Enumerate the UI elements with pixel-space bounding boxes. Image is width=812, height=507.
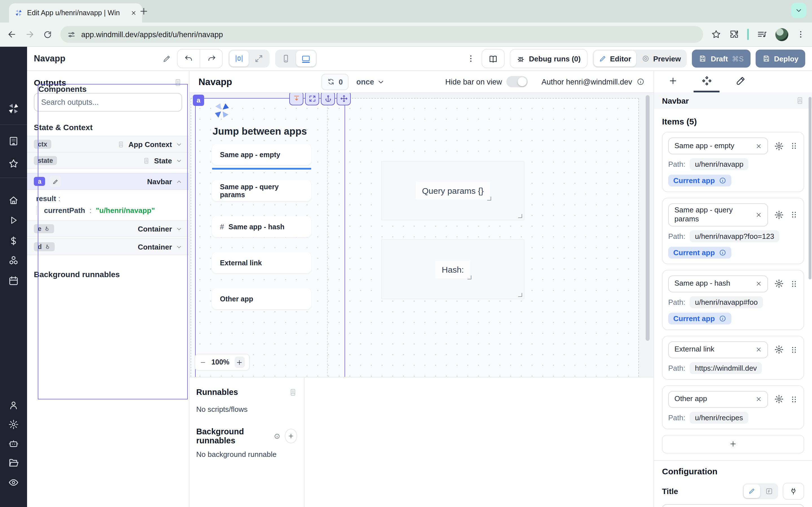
zoom-out-icon[interactable] [200,358,206,366]
item-settings-gear-icon[interactable] [774,141,784,151]
zoom-in-button[interactable] [235,356,245,368]
tab-close-icon[interactable] [131,10,137,16]
fill-height-button[interactable] [289,93,303,105]
item-settings-gear-icon[interactable] [774,394,784,404]
new-tab-button[interactable] [139,6,149,16]
anchor-component-button[interactable] [321,93,335,105]
extensions-icon[interactable] [729,29,739,40]
info-icon[interactable] [719,177,726,184]
item-label-field[interactable]: Same app - hash [668,275,768,292]
site-settings-icon[interactable] [67,30,75,39]
tab-component-settings[interactable] [694,71,719,93]
item-path-value[interactable]: u/henri/navapp#foo [690,296,763,308]
draft-button[interactable]: Draft ⌘S [692,50,750,68]
workspace-icon[interactable] [8,136,19,147]
rename-pencil-icon[interactable] [162,54,171,63]
item-label-field[interactable]: Same app - empty [668,137,768,154]
item-label-field[interactable]: Same app - query params [668,203,768,226]
favorites-star-icon[interactable] [8,158,19,169]
tab-search-button[interactable] [791,3,806,18]
url-field[interactable]: app.windmill.dev/apps/edit/u/henri/navap… [60,26,703,43]
nav-item-same-app-empty[interactable]: Same app - empty [212,144,311,165]
drag-handle-icon[interactable] [790,280,798,288]
drag-handle-icon[interactable] [790,211,798,219]
settings-gear-icon[interactable] [8,419,19,430]
canvas-scrollbar[interactable] [646,95,650,341]
expand-component-button[interactable] [305,93,319,105]
workers-robot-icon[interactable] [8,438,19,449]
users-person-icon[interactable] [8,400,19,411]
panel-doc-icon[interactable] [796,96,804,105]
nav-item-hash[interactable]: #Same app - hash [212,216,311,237]
add-nav-item-button[interactable] [662,435,804,453]
folders-icon[interactable] [8,457,19,468]
expression-value-button[interactable] [761,484,777,498]
editor-tab[interactable]: Editor [594,51,637,66]
item-settings-gear-icon[interactable] [774,345,784,354]
full-width-button[interactable] [249,51,268,66]
centered-layout-button[interactable] [230,51,249,66]
audit-eye-icon[interactable] [8,477,19,488]
refresh-count-button[interactable]: 0 [321,73,348,90]
nav-item-external-link[interactable]: External link [212,252,311,273]
bookmark-star-icon[interactable] [711,29,721,40]
hide-bar-toggle[interactable] [506,76,528,87]
undo-button[interactable] [177,50,200,68]
mobile-view-button[interactable] [276,51,296,66]
redo-button[interactable] [200,50,222,68]
item-settings-gear-icon[interactable] [774,279,784,288]
item-path-value[interactable]: https://windmill.dev [690,362,762,374]
item-label-field[interactable]: Other app [668,391,768,407]
debug-runs-button[interactable]: Debug runs (0) [510,49,587,68]
windmill-logo-icon[interactable] [7,103,20,115]
clear-icon[interactable] [756,346,762,353]
static-value-button[interactable] [744,484,760,498]
forward-icon[interactable] [25,29,35,40]
clear-icon[interactable] [756,281,762,287]
info-icon[interactable] [637,78,645,86]
schedules-calendar-icon[interactable] [8,276,19,286]
clear-icon[interactable] [756,143,762,149]
right-panel-scrollbar[interactable] [809,97,811,279]
media-controls-icon[interactable] [757,29,767,40]
move-component-button[interactable] [337,93,351,105]
browser-tab[interactable]: Edit App u/henri/navapp | Win [9,3,142,22]
container-d-box[interactable]: Hash: [381,239,524,299]
item-settings-gear-icon[interactable] [774,210,784,220]
browser-menu-icon[interactable] [796,30,805,39]
item-path-value[interactable]: u/henri/navapp [690,158,749,170]
item-path-value[interactable]: u/henri/navapp?foo=123 [690,230,779,242]
desktop-view-button[interactable] [296,51,316,66]
clear-icon[interactable] [756,396,762,402]
deploy-button[interactable]: Deploy [755,50,805,68]
nav-item-query-params[interactable]: Same app - query params [212,180,311,201]
drag-handle-icon[interactable] [790,395,798,403]
navbar-component-selected[interactable]: a Jump between apps Same app - empty Sam… [195,98,345,377]
drag-handle-icon[interactable] [790,346,798,353]
more-options-icon[interactable] [465,54,476,63]
resources-cubes-icon[interactable] [8,255,19,266]
info-icon[interactable] [719,315,726,322]
info-icon[interactable] [719,249,726,256]
clear-icon[interactable] [756,212,762,218]
container-e-box[interactable]: Query params {} [381,161,524,220]
back-icon[interactable] [7,29,17,40]
docs-button[interactable] [481,49,505,68]
variables-dollar-icon[interactable] [8,235,19,246]
runs-play-icon[interactable] [8,215,18,225]
tab-styling[interactable] [727,71,753,93]
browser-profile-avatar[interactable] [775,28,788,41]
home-icon[interactable] [8,195,19,206]
add-background-runnable-button[interactable] [285,429,297,443]
reload-icon[interactable] [43,30,52,39]
info-icon[interactable] [274,432,280,440]
panel-doc-icon[interactable] [289,388,297,396]
run-mode-dropdown[interactable]: once [356,77,385,86]
nav-item-other-app[interactable]: Other app [212,288,311,309]
drag-handle-icon[interactable] [790,142,798,150]
preview-tab[interactable]: Preview [637,51,686,66]
item-path-value[interactable]: u/henri/recipes [690,411,748,424]
item-label-field[interactable]: External link [668,341,768,358]
connect-input-button[interactable] [783,483,804,499]
tab-insert-component[interactable] [660,71,686,93]
